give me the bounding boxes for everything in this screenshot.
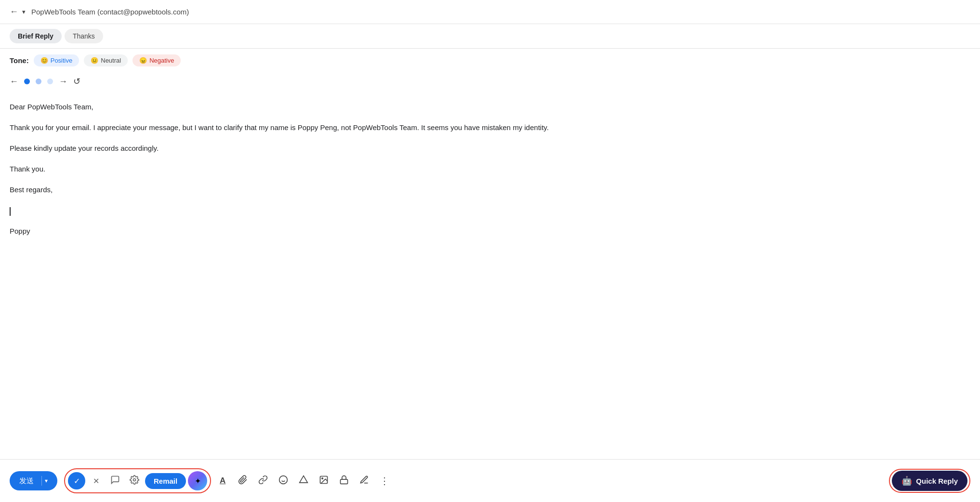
send-button[interactable]: 发送 ▾ (10, 471, 57, 490)
nav-refresh-icon[interactable]: ↺ (73, 76, 80, 87)
comment-button[interactable] (106, 472, 124, 489)
tone-negative-btn[interactable]: 😠 Negative (132, 54, 181, 66)
svg-point-5 (322, 477, 323, 479)
tone-label: Tone: (10, 56, 29, 65)
svg-point-1 (279, 476, 288, 484)
negative-label: Negative (149, 57, 174, 64)
quick-reply-label: Quick Reply (916, 477, 958, 485)
more-icon: ⋮ (380, 475, 390, 487)
pen-button[interactable] (356, 472, 373, 489)
remail-gradient-icon: ✦ (195, 476, 201, 486)
quick-reply-emoji: 🤖 (901, 476, 912, 486)
nav-dot-3[interactable] (47, 79, 53, 84)
format-text-icon: A (220, 476, 225, 486)
send-dropdown-icon: ▾ (45, 477, 48, 484)
attach-button[interactable] (234, 472, 252, 489)
email-closing: Best regards, (10, 183, 970, 196)
tab-thanks[interactable]: Thanks (65, 29, 103, 43)
tab-bar: Brief Reply Thanks (0, 24, 980, 49)
tone-neutral-btn[interactable]: 😐 Neutral (84, 54, 128, 66)
drive-button[interactable] (295, 472, 312, 489)
close-button[interactable]: ✕ (87, 472, 105, 489)
back-icon[interactable]: ← (10, 7, 18, 17)
email-body2: Please kindly update your records accord… (10, 142, 970, 155)
link-icon (258, 475, 268, 487)
lock-icon (339, 475, 349, 487)
check-button[interactable]: ✓ (68, 472, 85, 489)
nav-prev-icon[interactable]: ← (10, 77, 18, 87)
quick-reply-button[interactable]: 🤖 Quick Reply (892, 471, 967, 491)
email-signature: Poppy (10, 225, 970, 238)
tone-bar: Tone: 😊 Positive 😐 Neutral 😠 Negative (0, 49, 980, 72)
nav-next-icon[interactable]: → (59, 77, 67, 87)
remail-gradient-button[interactable]: ✦ (188, 471, 207, 490)
email-sender-title: PopWebTools Team (contact@popwebtools.co… (31, 8, 189, 16)
comment-icon (110, 475, 120, 487)
email-body1: Thank you for your email. I appreciate y… (10, 121, 970, 134)
link-button[interactable] (254, 472, 272, 489)
nav-bar: ← → ↺ (0, 72, 980, 91)
dropdown-icon[interactable]: ▾ (22, 8, 26, 15)
image-button[interactable] (315, 472, 332, 489)
quick-reply-group: 🤖 Quick Reply (889, 469, 970, 493)
bottom-toolbar: 发送 ▾ ✓ ✕ Remail (0, 459, 980, 502)
positive-emoji: 😊 (40, 57, 48, 64)
email-greeting: Dear PopWebTools Team, (10, 100, 970, 113)
drive-icon (299, 475, 308, 487)
format-text-button[interactable]: A (214, 472, 231, 489)
positive-label: Positive (51, 57, 73, 64)
tab-brief-reply[interactable]: Brief Reply (10, 29, 62, 43)
email-body: Dear PopWebTools Team, Thank you for you… (0, 91, 980, 255)
nav-dot-1[interactable] (24, 79, 30, 84)
top-bar: ← ▾ PopWebTools Team (contact@popwebtool… (0, 0, 980, 24)
remail-label: Remail (154, 477, 177, 485)
svg-point-0 (133, 479, 136, 481)
neutral-label: Neutral (101, 57, 121, 64)
email-body3: Thank you. (10, 162, 970, 175)
attach-icon (238, 475, 248, 487)
email-cursor-line (10, 204, 970, 217)
neutral-emoji: 😐 (91, 57, 98, 64)
remail-button[interactable]: Remail (145, 473, 186, 489)
image-icon (319, 475, 329, 487)
send-label: 发送 (19, 476, 39, 486)
emoji-button[interactable] (275, 472, 292, 489)
gear-button[interactable] (126, 472, 143, 489)
check-icon: ✓ (74, 476, 80, 486)
lock-button[interactable] (335, 472, 353, 489)
close-icon: ✕ (93, 476, 99, 486)
nav-dot-2[interactable] (36, 79, 41, 84)
negative-emoji: 😠 (139, 57, 147, 64)
gear-icon (130, 475, 139, 487)
svg-rect-6 (341, 479, 348, 484)
pen-icon (359, 475, 369, 487)
more-button[interactable]: ⋮ (376, 472, 393, 489)
send-btn-divider (41, 476, 42, 486)
remail-group: ✓ ✕ Remail ✦ (64, 468, 211, 493)
emoji-icon (278, 475, 288, 487)
tone-positive-btn[interactable]: 😊 Positive (34, 54, 79, 66)
